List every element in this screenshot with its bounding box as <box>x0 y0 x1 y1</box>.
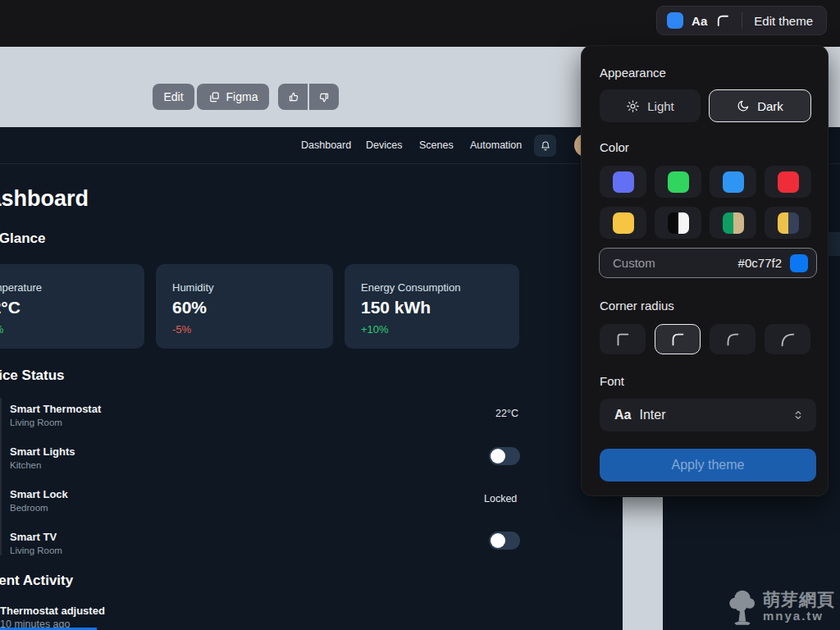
card-label: Temperature <box>0 281 128 294</box>
stat-card-humidity: Humidity 60% -5% <box>156 264 333 349</box>
color-swatch-black-white[interactable] <box>655 207 701 239</box>
device-room: Living Room <box>10 546 62 555</box>
select-chevrons-icon <box>792 408 805 422</box>
device-name: Smart Lights <box>10 445 75 458</box>
thumbs-up-icon <box>287 91 299 103</box>
device-name: Smart TV <box>10 531 62 543</box>
color-heading: Color <box>600 140 629 154</box>
card-delta: +2% <box>0 323 128 336</box>
swatch-color <box>668 171 689 193</box>
edit-button[interactable]: Edit <box>153 84 194 110</box>
card-delta: -5% <box>172 323 317 336</box>
device-room: Living Room <box>10 418 101 427</box>
corner-radius-full-icon <box>778 331 797 349</box>
device-toggle-tv[interactable] <box>489 532 520 550</box>
card-value: 150 kWh <box>361 298 503 317</box>
corner-radius-small-icon <box>614 331 632 349</box>
corner-radius-option-1[interactable] <box>600 324 646 354</box>
device-row-lock: Smart Lock Bedroom <box>10 488 68 513</box>
corner-radius-heading: Corner radius <box>600 299 674 313</box>
watermark: 萌芽網頁 mnya.tw <box>725 587 835 625</box>
apply-theme-button[interactable]: Apply theme <box>600 449 816 482</box>
device-toggle-lights[interactable] <box>489 447 520 465</box>
swatch-color <box>668 212 689 234</box>
card-label: Energy Consumption <box>361 281 503 294</box>
color-swatch-blue[interactable] <box>710 166 756 198</box>
thumbs-up-button[interactable] <box>278 84 308 110</box>
font-value: Inter <box>639 408 792 422</box>
sun-icon <box>626 99 640 113</box>
dark-label: Dark <box>757 99 783 113</box>
outer-page-scroll-strip[interactable] <box>623 497 663 630</box>
swatch-color <box>778 171 799 193</box>
font-heading: Font <box>600 374 624 388</box>
card-value: 22°C <box>0 298 128 317</box>
figma-button-label: Figma <box>226 90 258 103</box>
toggle-knob <box>491 533 505 548</box>
glance-section-title: At a Glance <box>0 231 46 247</box>
color-swatch-gold[interactable] <box>600 207 646 239</box>
figma-button[interactable]: Figma <box>197 84 269 110</box>
notifications-button[interactable] <box>534 135 556 157</box>
watermark-domain: mnya.tw <box>763 609 835 622</box>
activity-event: Thermostat adjusted <box>0 605 105 617</box>
nav-link-dashboard[interactable]: Dashboard <box>301 139 351 151</box>
tree-icon <box>725 587 760 625</box>
card-value: 60% <box>172 298 317 317</box>
watermark-site-name: 萌芽網頁 <box>763 591 835 608</box>
device-value: 22°C <box>495 408 518 419</box>
toggle-knob <box>491 449 505 463</box>
appearance-dark-button[interactable]: Dark <box>709 89 811 122</box>
card-label: Humidity <box>172 281 317 294</box>
appearance-heading: Appearance <box>600 66 666 80</box>
edit-theme-button[interactable]: Edit theme <box>754 14 813 28</box>
swatch-color <box>613 171 634 193</box>
nav-link-scenes[interactable]: Scenes <box>419 139 454 151</box>
color-swatch-gold-navy[interactable] <box>765 207 811 239</box>
top-app-bar: Aa Edit theme <box>0 0 840 47</box>
corner-radius-medium-icon <box>669 331 687 349</box>
edit-button-label: Edit <box>163 90 183 103</box>
frames-icon <box>208 91 221 103</box>
device-value: Locked <box>484 493 517 504</box>
device-name: Smart Thermostat <box>10 403 101 415</box>
appearance-light-button[interactable]: Light <box>600 89 701 122</box>
stat-card-temperature: Temperature 22°C +2% <box>0 264 144 349</box>
thumbs-down-icon <box>318 91 331 103</box>
page-title: Dashboard <box>0 186 89 212</box>
device-name: Smart Lock <box>10 488 68 500</box>
theme-editor-panel: Appearance Light Dark Color Custom #0c77… <box>581 45 829 496</box>
swatch-color <box>778 212 799 234</box>
nav-link-automation[interactable]: Automation <box>470 139 522 151</box>
theme-summary-pill[interactable]: Aa Edit theme <box>656 6 827 35</box>
corner-radius-icon <box>715 13 730 28</box>
swatch-color <box>723 212 744 234</box>
theme-color-swatch <box>667 12 683 29</box>
theme-font-sample: Aa <box>692 14 707 28</box>
custom-color-label: Custom <box>613 256 738 270</box>
color-swatch-green-tan[interactable] <box>710 207 756 239</box>
corner-radius-option-2[interactable] <box>655 324 701 354</box>
device-list-edge <box>0 398 2 555</box>
swatch-color <box>613 212 634 234</box>
corner-radius-option-4[interactable] <box>765 324 810 354</box>
font-select[interactable]: Aa Inter <box>600 399 816 431</box>
corner-radius-option-3[interactable] <box>710 324 756 354</box>
device-status-title: Device Status <box>0 368 65 384</box>
stat-card-energy: Energy Consumption 150 kWh +10% <box>345 264 519 349</box>
nav-link-devices[interactable]: Devices <box>366 139 402 151</box>
pill-divider <box>742 12 742 29</box>
device-room: Bedroom <box>10 503 68 513</box>
card-delta: +10% <box>361 323 503 336</box>
corner-radius-large-icon <box>724 331 742 349</box>
device-row-tv: Smart TV Living Room <box>10 531 62 555</box>
custom-color-row[interactable]: Custom #0c77f2 <box>599 248 817 278</box>
device-row-lights: Smart Lights Kitchen <box>10 445 75 470</box>
custom-color-hex: #0c77f2 <box>738 256 782 270</box>
color-swatch-green[interactable] <box>655 166 701 198</box>
custom-color-swatch[interactable] <box>790 254 808 272</box>
color-swatch-indigo[interactable] <box>600 166 646 198</box>
color-swatch-red[interactable] <box>765 166 811 198</box>
moon-icon <box>737 99 750 112</box>
thumbs-down-button[interactable] <box>309 84 339 110</box>
